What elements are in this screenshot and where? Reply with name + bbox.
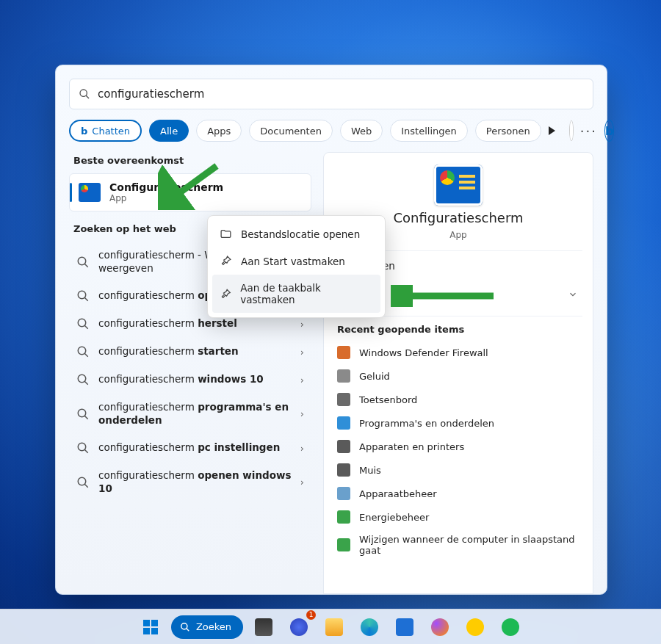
recent-item-label: Muis [359, 465, 381, 476]
search-icon [79, 88, 90, 100]
chevron-right-icon: › [300, 347, 304, 358]
pin-icon [220, 255, 232, 267]
recent-item[interactable]: Toetsenbord [334, 388, 582, 411]
filter-row: b Chatten Alle Apps Documenten Web Inste… [69, 120, 593, 142]
recent-item-label: Windows Defender Firewall [359, 347, 488, 358]
search-icon [76, 373, 90, 386]
edge-button[interactable] [355, 612, 384, 642]
recent-item[interactable]: Wijzigen wanneer de computer in slaapsta… [334, 529, 582, 561]
context-open-location[interactable]: Bestandslocatie openen [212, 220, 380, 247]
web-result-text: configuratiescherm openen windows 10 [98, 469, 292, 495]
chrome-canary-button[interactable] [460, 612, 490, 642]
search-box[interactable] [69, 79, 593, 109]
recent-item[interactable]: Geluid [334, 364, 582, 388]
svg-point-6 [78, 319, 86, 327]
recent-item-icon [337, 346, 350, 359]
svg-point-14 [78, 443, 86, 451]
chrome-canary-icon [466, 618, 484, 636]
search-icon [76, 256, 90, 269]
taskbar: Zoeken [0, 609, 661, 644]
chevron-down-icon [568, 289, 578, 300]
control-panel-icon [79, 183, 101, 202]
web-result-item[interactable]: configuratiescherm programma's en onderd… [69, 394, 311, 434]
recent-item-label: Energiebeheer [359, 512, 429, 523]
scroll-right-icon[interactable] [549, 126, 555, 135]
recent-item[interactable]: Programma's en onderdelen [334, 411, 582, 435]
svg-line-1 [86, 95, 89, 98]
task-view-button[interactable] [249, 612, 278, 642]
search-icon [76, 476, 90, 489]
filter-apps[interactable]: Apps [196, 120, 242, 142]
folder-icon [325, 618, 343, 636]
context-item-label: Aan Start vastmaken [241, 256, 345, 267]
best-match-result[interactable]: Configuratiescherm App [69, 173, 311, 211]
recent-item-icon [337, 510, 350, 524]
recent-item-label: Geluid [359, 371, 390, 382]
chevron-right-icon: › [300, 375, 304, 386]
chevron-right-icon: › [300, 408, 304, 419]
taskbar-search[interactable]: Zoeken [171, 615, 243, 639]
svg-point-2 [78, 257, 86, 265]
web-result-item[interactable]: configuratiescherm windows 10 › [69, 366, 311, 394]
svg-point-12 [78, 409, 86, 417]
filter-all[interactable]: Alle [149, 120, 189, 142]
recent-item[interactable]: Apparaatbeheer [334, 482, 582, 505]
web-result-item[interactable]: configuratiescherm pc instellingen › [69, 434, 311, 462]
recent-header: Recent geopende items [337, 316, 582, 335]
svg-point-26 [181, 623, 187, 629]
search-icon [76, 408, 90, 421]
firefox-button[interactable] [425, 612, 455, 642]
spotify-icon [502, 618, 519, 636]
recent-item-icon [337, 487, 350, 500]
filter-settings[interactable]: Instellingen [390, 120, 468, 142]
spotify-button[interactable] [496, 612, 525, 642]
store-icon [396, 618, 413, 636]
svg-line-17 [84, 484, 88, 488]
explorer-button[interactable] [319, 612, 349, 642]
web-result-text: configuratiescherm herstel [98, 317, 292, 330]
store-button[interactable] [390, 612, 419, 642]
search-icon [76, 345, 90, 358]
control-panel-large-icon [434, 164, 483, 206]
filter-chat[interactable]: b Chatten [69, 120, 142, 142]
recent-item[interactable]: Windows Defender Firewall [334, 341, 582, 364]
preview-subtitle: App [449, 230, 466, 240]
context-item-label: Bestandslocatie openen [241, 228, 360, 240]
svg-line-9 [84, 353, 88, 357]
svg-point-16 [78, 477, 86, 485]
more-options-icon[interactable]: ··· [580, 123, 597, 139]
edge-icon [361, 618, 378, 636]
search-icon [76, 289, 90, 303]
folder-icon [220, 228, 232, 240]
filter-documents[interactable]: Documenten [249, 120, 333, 142]
recent-item-icon [337, 440, 350, 453]
recent-item[interactable]: Apparaten en printers [334, 435, 582, 458]
search-input[interactable] [98, 87, 584, 101]
user-avatar[interactable] [570, 121, 573, 140]
start-button[interactable] [136, 612, 165, 642]
web-result-item[interactable]: configuratiescherm openen windows 10 › [69, 462, 311, 502]
svg-point-0 [80, 90, 87, 96]
recent-item-icon [337, 369, 350, 383]
filter-people[interactable]: Personen [475, 120, 541, 142]
pin-icon [220, 288, 231, 300]
context-pin-start[interactable]: Aan Start vastmaken [212, 247, 380, 275]
chat-button[interactable] [284, 612, 314, 642]
recent-item[interactable]: Energiebeheer [334, 505, 582, 529]
web-result-text: configuratiescherm windows 10 [98, 373, 292, 386]
web-result-text: configuratiescherm starten [98, 345, 292, 358]
context-pin-taskbar[interactable]: Aan de taakbalk vastmaken [212, 275, 380, 313]
svg-line-13 [84, 416, 88, 419]
recent-item[interactable]: Muis [334, 458, 582, 482]
recent-item-label: Wijzigen wanneer de computer in slaapsta… [359, 534, 579, 556]
best-match-title: Configuratiescherm [109, 181, 223, 193]
chevron-right-icon: › [300, 443, 304, 454]
task-view-icon [255, 618, 272, 636]
recent-item-icon [337, 463, 350, 477]
recent-list: Windows Defender FirewallGeluidToetsenbo… [334, 341, 582, 561]
web-result-item[interactable]: configuratiescherm starten › [69, 338, 311, 366]
filter-web[interactable]: Web [340, 120, 383, 142]
svg-point-4 [78, 291, 86, 299]
svg-rect-25 [151, 628, 158, 634]
firefox-icon [431, 618, 449, 636]
